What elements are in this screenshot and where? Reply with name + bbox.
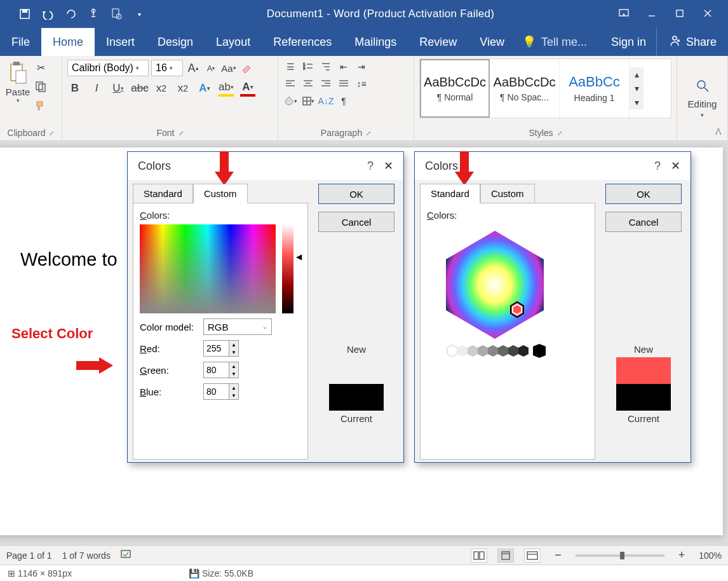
tab-layout[interactable]: Layout (205, 28, 262, 56)
redo-icon[interactable] (61, 4, 80, 24)
text-effects-icon[interactable]: A▾ (197, 80, 212, 97)
align-center-icon[interactable] (301, 77, 315, 91)
close-icon[interactable]: ✕ (379, 159, 397, 173)
spin-up-icon[interactable]: ▲ (229, 362, 238, 370)
decrease-font-icon[interactable]: A▾ (203, 60, 219, 76)
align-right-icon[interactable] (319, 77, 333, 91)
color-model-select[interactable]: RGB⌄ (203, 318, 272, 335)
read-mode-icon[interactable] (471, 549, 487, 563)
close-icon[interactable]: ✕ (666, 159, 684, 173)
paste-label[interactable]: Paste (6, 86, 30, 97)
touchmode-icon[interactable] (84, 4, 103, 24)
find-icon[interactable] (695, 78, 710, 96)
strikethrough-button[interactable]: abc (132, 80, 147, 97)
bullets-icon[interactable]: ☰ (283, 60, 297, 74)
font-size-input[interactable]: 16▾ (151, 60, 183, 76)
show-marks-icon[interactable]: ¶ (337, 94, 351, 108)
align-left-icon[interactable] (283, 77, 297, 91)
close-icon[interactable] (696, 9, 719, 20)
styles-scroll-up-icon[interactable]: ▴ (630, 67, 644, 81)
sign-in-link[interactable]: Sign in (601, 28, 656, 56)
change-case-icon[interactable]: Aa▾ (221, 60, 236, 76)
decrease-indent-icon[interactable]: ⇤ (337, 60, 351, 74)
paste-icon[interactable] (5, 58, 30, 86)
tab-insert[interactable]: Insert (95, 28, 146, 56)
style-normal[interactable]: AaBbCcDc ¶ Normal (420, 59, 490, 118)
help-icon[interactable]: ? (649, 160, 666, 173)
italic-button[interactable]: I (89, 80, 104, 97)
spin-up-icon[interactable]: ▲ (229, 384, 238, 392)
zoom-in-button[interactable]: + (675, 549, 689, 562)
dialog-titlebar[interactable]: Colors ? ✕ (128, 152, 403, 180)
print-layout-icon[interactable] (497, 549, 514, 563)
subscript-button[interactable]: x2 (154, 80, 169, 97)
page-indicator[interactable]: Page 1 of 1 (6, 550, 52, 561)
clipboard-launcher-icon[interactable]: ⤢ (49, 130, 54, 137)
tab-file[interactable]: File (0, 28, 41, 56)
luminance-slider[interactable] (282, 224, 293, 313)
word-count[interactable]: 1 of 7 words (62, 550, 111, 561)
tell-me-input[interactable]: 💡Tell me... (516, 28, 593, 56)
collapse-ribbon-icon[interactable]: ᐱ (715, 126, 722, 137)
clear-formatting-icon[interactable] (239, 60, 254, 76)
shading-icon[interactable]: ▾ (283, 94, 297, 108)
tab-standard[interactable]: Standard (133, 184, 193, 203)
cut-icon[interactable]: ✂ (33, 60, 48, 75)
format-painter-icon[interactable] (33, 98, 48, 113)
print-preview-icon[interactable] (107, 4, 126, 24)
tab-custom[interactable]: Custom (193, 184, 248, 203)
sort-icon[interactable]: A↓Z (319, 94, 333, 108)
blue-input[interactable] (203, 383, 229, 400)
blue-spinner[interactable]: ▲▼ (203, 383, 239, 400)
tab-custom[interactable]: Custom (480, 184, 535, 203)
web-layout-icon[interactable] (524, 549, 541, 563)
green-input[interactable] (203, 362, 229, 378)
styles-scroll-down-icon[interactable]: ▾ (630, 81, 644, 95)
spin-down-icon[interactable]: ▼ (229, 392, 238, 399)
spin-down-icon[interactable]: ▼ (229, 370, 238, 378)
editing-dropdown-icon[interactable]: ▾ (701, 112, 704, 118)
font-color-icon[interactable]: A▾ (240, 80, 255, 97)
grayscale-row[interactable] (444, 344, 546, 358)
red-input[interactable] (203, 340, 229, 357)
qat-customize-icon[interactable]: ▾ (130, 4, 149, 24)
green-spinner[interactable]: ▲▼ (203, 362, 239, 378)
tab-design[interactable]: Design (146, 28, 205, 56)
zoom-slider[interactable] (576, 554, 664, 557)
share-button[interactable]: Share (656, 28, 728, 56)
font-name-input[interactable]: Calibri (Body)▾ (67, 60, 149, 76)
numbering-icon[interactable]: 12 (301, 60, 315, 74)
tab-review[interactable]: Review (408, 28, 468, 56)
zoom-out-button[interactable]: − (551, 549, 565, 562)
bold-button[interactable]: B (67, 80, 83, 97)
slider-thumb[interactable] (620, 552, 624, 559)
paste-dropdown-icon[interactable]: ▾ (17, 97, 20, 104)
spellcheck-icon[interactable] (121, 549, 132, 561)
red-spinner[interactable]: ▲▼ (203, 340, 239, 357)
help-icon[interactable]: ? (361, 160, 379, 173)
hexagon-color-picker[interactable] (427, 224, 563, 345)
styles-expand-icon[interactable]: ▾ (630, 95, 644, 109)
cancel-button[interactable]: Cancel (318, 212, 394, 232)
paragraph-launcher-icon[interactable]: ⤢ (366, 130, 371, 137)
save-icon[interactable] (15, 4, 34, 24)
styles-launcher-icon[interactable]: ⤢ (557, 130, 562, 137)
tab-references[interactable]: References (262, 28, 343, 56)
ok-button[interactable]: OK (318, 184, 394, 204)
cancel-button[interactable]: Cancel (605, 212, 682, 232)
underline-button[interactable]: U▾ (111, 80, 126, 97)
line-spacing-icon[interactable]: ↕≡ (354, 77, 368, 91)
zoom-level[interactable]: 100% (699, 550, 722, 561)
maximize-icon[interactable] (668, 9, 691, 20)
color-gradient-picker[interactable] (140, 224, 276, 313)
undo-icon[interactable] (38, 4, 57, 24)
tab-home[interactable]: Home (41, 28, 95, 56)
justify-icon[interactable] (337, 77, 351, 91)
superscript-button[interactable]: x2 (175, 80, 191, 97)
ok-button[interactable]: OK (605, 184, 682, 204)
borders-icon[interactable]: ▾ (301, 94, 315, 108)
minimize-icon[interactable] (640, 9, 663, 20)
copy-icon[interactable] (33, 79, 48, 94)
tab-view[interactable]: View (468, 28, 516, 56)
increase-indent-icon[interactable]: ⇥ (354, 60, 368, 74)
